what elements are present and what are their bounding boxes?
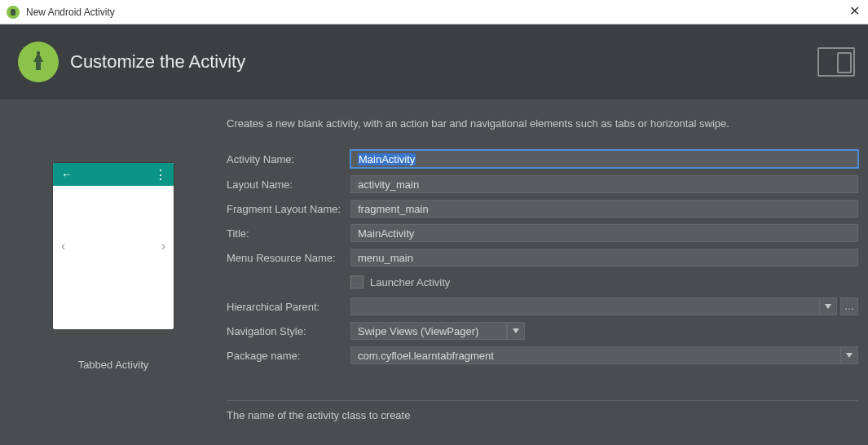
preview-appbar: ← ⋮ — [53, 163, 174, 186]
fragment-layout-name-input[interactable] — [350, 200, 858, 218]
navigation-style-label: Navigation Style: — [227, 325, 350, 337]
hierarchical-parent-browse-button[interactable]: … — [840, 297, 858, 315]
layout-name-input[interactable] — [350, 175, 858, 193]
navigation-style-dropdown-button[interactable] — [507, 322, 525, 340]
device-preview-icon — [817, 47, 855, 77]
app-icon — [7, 6, 20, 19]
wizard-body: ← ⋮ ‹ › Tabbed Activity Creates a new bl… — [0, 99, 868, 445]
close-icon[interactable]: ✕ — [849, 3, 860, 19]
package-name-input[interactable] — [350, 346, 840, 364]
wizard-header: Customize the Activity — [0, 24, 868, 99]
back-arrow-icon: ← — [61, 168, 73, 181]
hint-text: The name of the activity class to create — [227, 409, 858, 421]
hierarchical-parent-dropdown-button[interactable] — [819, 297, 837, 315]
title-input[interactable] — [350, 224, 858, 242]
hint-separator — [227, 400, 858, 401]
preview-swipe-arrows: ‹ › — [53, 239, 174, 253]
title-label: Title: — [227, 227, 350, 240]
wizard-title: Customize the Activity — [70, 51, 245, 73]
launcher-activity-label: Launcher Activity — [370, 276, 450, 289]
launcher-activity-checkbox[interactable] — [350, 275, 364, 289]
hierarchical-parent-label: Hierarchical Parent: — [227, 301, 350, 313]
preview-caption: Tabbed Activity — [78, 359, 149, 371]
chevron-right-icon: › — [161, 239, 165, 253]
layout-name-label: Layout Name: — [227, 178, 350, 191]
menu-resource-name-input[interactable] — [350, 249, 858, 267]
window-titlebar: New Android Activity ✕ — [0, 0, 868, 24]
preview-panel: ← ⋮ ‹ › Tabbed Activity — [0, 99, 227, 445]
activity-name-input[interactable]: MainActivity — [350, 150, 858, 168]
package-name-dropdown-button[interactable] — [840, 346, 858, 364]
hierarchical-parent-input[interactable] — [350, 297, 819, 315]
activity-preview: ← ⋮ ‹ › — [53, 163, 174, 329]
wizard-description: Creates a new blank activity, with an ac… — [227, 117, 858, 130]
svg-point-0 — [37, 51, 40, 55]
package-name-label: Package name: — [227, 350, 350, 362]
overflow-menu-icon: ⋮ — [154, 167, 165, 183]
navigation-style-select[interactable] — [350, 322, 507, 340]
fragment-layout-name-label: Fragment Layout Name: — [227, 203, 350, 215]
activity-name-label: Activity Name: — [227, 153, 350, 165]
menu-resource-name-label: Menu Resource Name: — [227, 252, 350, 264]
chevron-left-icon: ‹ — [61, 239, 65, 253]
form-panel: Creates a new blank activity, with an ac… — [227, 99, 868, 445]
android-studio-icon — [18, 42, 59, 82]
window-title: New Android Activity — [26, 7, 115, 18]
